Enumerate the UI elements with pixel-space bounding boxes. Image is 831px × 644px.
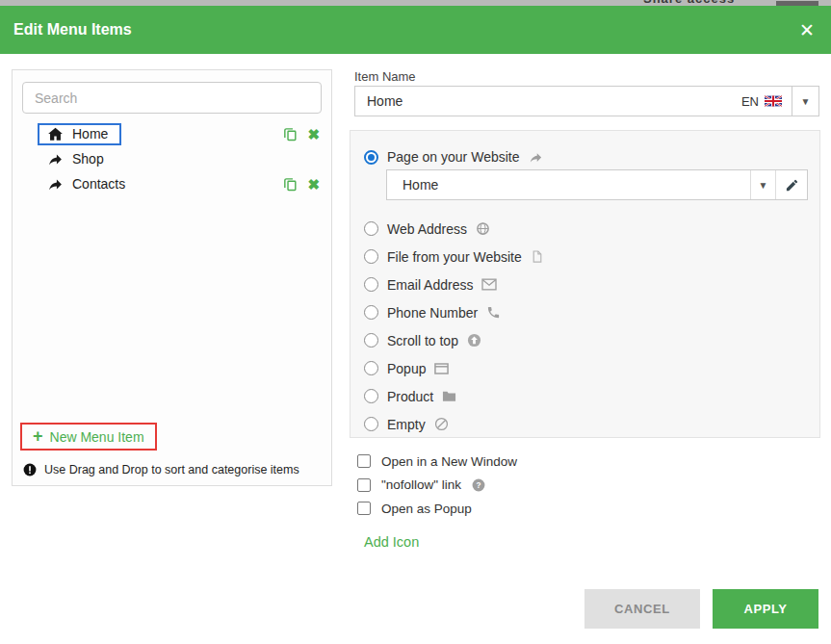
menu-item-contacts[interactable]: Contacts (47, 176, 125, 193)
menu-item-actions: ✖ (282, 126, 320, 142)
link-type-page-on-website[interactable]: Page on your Website (364, 149, 543, 165)
link-type-label: Web Address (387, 221, 467, 237)
page-select-value: Home (387, 170, 750, 199)
folder-icon (442, 390, 456, 402)
drag-drop-note-text: Use Drag and Drop to sort and categorise… (44, 463, 299, 477)
delete-icon[interactable]: ✖ (307, 177, 320, 192)
radio[interactable] (364, 333, 378, 348)
link-type-popup[interactable]: Popup (364, 354, 806, 382)
edit-menu-items-dialog-screen: Share access Edit Menu Items ✕ Home (0, 0, 831, 644)
close-icon[interactable]: ✕ (799, 21, 815, 39)
link-type-label: Popup (387, 361, 426, 376)
duplicate-icon[interactable] (282, 176, 299, 193)
apply-button[interactable]: APPLY (713, 589, 818, 629)
window-icon (434, 363, 449, 374)
forward-arrow-icon (529, 150, 543, 165)
page-select[interactable]: Home ▼ (386, 169, 808, 200)
radio-selected[interactable] (364, 150, 378, 165)
link-type-label: Email Address (387, 277, 473, 293)
link-type-file[interactable]: File from your Website (364, 243, 806, 270)
pencil-icon (785, 178, 799, 193)
link-type-label: Scroll to top (387, 333, 458, 348)
exclamation-icon (23, 463, 37, 477)
delete-icon[interactable]: ✖ (307, 127, 320, 142)
link-type-options-box: Page on your Website Home ▼ Web Address (350, 130, 820, 438)
radio[interactable] (364, 249, 378, 264)
checkbox-new-window[interactable]: Open in a New Window (357, 450, 517, 474)
item-name-input[interactable] (355, 93, 741, 109)
link-type-label: Page on your Website (387, 149, 520, 165)
selected-menu-item-home[interactable]: Home (38, 123, 121, 145)
checkbox-label: "nofollow" link (381, 477, 461, 492)
link-type-product[interactable]: Product (364, 382, 806, 410)
menu-item-label: Shop (72, 151, 104, 167)
modal-header: Edit Menu Items ✕ (0, 6, 831, 54)
slash-circle-icon (434, 417, 449, 431)
link-type-label: Empty (387, 417, 426, 432)
help-icon[interactable]: ? (472, 478, 485, 492)
plus-icon: + (33, 427, 43, 445)
checkbox-label: Open as Popup (381, 502, 472, 516)
link-type-list: Web Address File from your Website Email… (364, 215, 806, 438)
radio[interactable] (364, 221, 378, 236)
radio[interactable] (364, 305, 378, 320)
forward-arrow-icon (47, 176, 64, 193)
item-name-field: EN ▼ (354, 86, 819, 116)
language-dropdown-button[interactable]: ▼ (792, 96, 818, 107)
cancel-button[interactable]: CANCEL (584, 589, 700, 629)
checkbox-label: Open in a New Window (381, 454, 517, 469)
item-name-label: Item Name (354, 69, 416, 84)
search-input[interactable] (22, 82, 322, 114)
edit-page-button[interactable] (775, 170, 807, 199)
menu-item-actions: ✖ (282, 176, 320, 193)
link-type-phone[interactable]: Phone Number (364, 298, 806, 326)
envelope-icon (481, 278, 497, 291)
new-menu-item-button[interactable]: + New Menu Item (20, 423, 157, 451)
menu-item-shop[interactable]: Shop (47, 151, 104, 167)
checkbox[interactable] (357, 454, 371, 468)
forward-arrow-icon (47, 151, 64, 167)
svg-text:?: ? (477, 481, 481, 490)
radio[interactable] (364, 361, 378, 375)
checkbox-open-popup[interactable]: Open as Popup (357, 497, 517, 521)
menu-items-panel: Home ✖ Shop (12, 69, 332, 486)
radio[interactable] (364, 417, 378, 431)
chevron-down-icon[interactable]: ▼ (750, 170, 775, 199)
link-type-label: File from your Website (387, 249, 522, 265)
radio[interactable] (364, 277, 378, 292)
link-type-web-address[interactable]: Web Address (364, 215, 806, 243)
language-code: EN (741, 94, 759, 109)
checkbox[interactable] (357, 502, 371, 515)
menu-items-list: Home ✖ Shop (13, 121, 331, 196)
menu-item-label: Contacts (72, 176, 125, 192)
menu-item-row-shop[interactable]: Shop (13, 146, 331, 171)
add-icon-link[interactable]: Add Icon (364, 534, 419, 550)
menu-item-row-contacts[interactable]: Contacts ✖ (13, 171, 331, 196)
menu-item-row-home[interactable]: Home ✖ (13, 121, 331, 146)
checkbox[interactable] (357, 478, 371, 492)
link-type-scroll-top[interactable]: Scroll to top (364, 326, 806, 354)
radio[interactable] (364, 389, 378, 403)
menu-item-label: Home (72, 126, 108, 142)
home-icon (47, 126, 64, 142)
link-type-label: Phone Number (387, 305, 478, 321)
duplicate-icon[interactable] (282, 126, 299, 142)
globe-icon (476, 221, 490, 236)
file-icon (531, 249, 544, 264)
arrow-up-circle-icon (467, 333, 481, 348)
new-menu-item-label: New Menu Item (50, 429, 144, 445)
link-type-empty[interactable]: Empty (364, 410, 806, 438)
phone-icon (486, 305, 501, 320)
modal-title: Edit Menu Items (13, 21, 132, 39)
link-type-email[interactable]: Email Address (364, 270, 806, 298)
drag-drop-note: Use Drag and Drop to sort and categorise… (23, 463, 299, 477)
link-options-checkboxes: Open in a New Window "nofollow" link ? O… (357, 450, 517, 521)
uk-flag-icon (765, 95, 782, 107)
checkbox-nofollow[interactable]: "nofollow" link ? (357, 474, 517, 498)
link-type-label: Product (387, 389, 433, 404)
